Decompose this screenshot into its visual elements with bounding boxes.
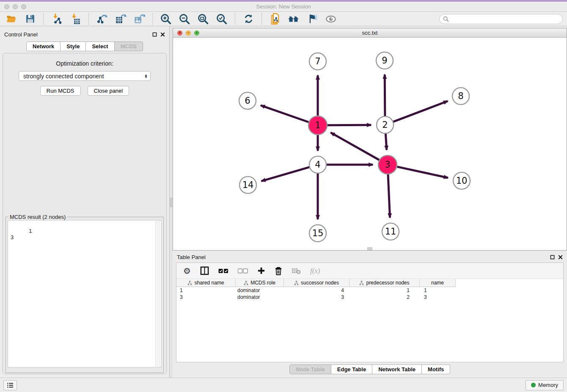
- function-builder-icon[interactable]: f(x): [310, 267, 320, 275]
- zoom-in-icon[interactable]: [160, 13, 172, 25]
- table-cell[interactable]: dominator: [236, 287, 284, 293]
- graph-edge-2-8[interactable]: [393, 101, 448, 122]
- network-window-titlebar[interactable]: × − + scc.txt: [173, 28, 567, 38]
- table-cell[interactable]: 3: [420, 294, 456, 300]
- run-mcds-button[interactable]: Run MCDS: [40, 86, 81, 96]
- delete-table-icon[interactable]: [292, 268, 301, 274]
- export-table-icon[interactable]: [114, 13, 127, 25]
- network-canvas[interactable]: 7968124314101511: [173, 38, 567, 250]
- panel-splitter[interactable]: [169, 26, 173, 378]
- import-table-icon[interactable]: [69, 13, 82, 25]
- optimization-criterion-label: Optimization criterion:: [3, 60, 166, 67]
- export-network-icon[interactable]: [96, 13, 108, 25]
- control-panel-tabs: NetworkStyleSelectMCDS: [26, 41, 143, 51]
- table-cell[interactable]: 1: [176, 287, 236, 293]
- eye-icon[interactable]: [325, 13, 337, 25]
- select-all-checkboxes-icon[interactable]: [218, 268, 228, 273]
- network-graph-svg: 7968124314101511: [173, 38, 567, 250]
- column-header-predecessor-nodes[interactable]: predecessor nodes: [350, 279, 420, 287]
- tab-mcds[interactable]: MCDS: [115, 41, 143, 51]
- search-field[interactable]: [439, 14, 563, 24]
- table-row[interactable]: 3dominator323: [176, 294, 563, 301]
- graph-node-label: 2: [382, 120, 388, 130]
- open-sample-session-icon[interactable]: [269, 13, 281, 25]
- deselect-all-checkboxes-icon[interactable]: [238, 268, 248, 273]
- close-panel-icon[interactable]: [160, 32, 165, 37]
- column-header-successor-nodes[interactable]: successor nodes: [284, 279, 350, 287]
- graph-edge-1-2[interactable]: [327, 125, 371, 125]
- mcds-result-lines: 1 3: [11, 228, 32, 240]
- result-scrollbar[interactable]: [155, 221, 161, 367]
- control-panel-title: Control Panel: [4, 31, 38, 38]
- graph-edge-1-6[interactable]: [261, 105, 309, 122]
- mcds-result-group: MCDS result (2 nodes) 1 3: [6, 214, 164, 373]
- search-input[interactable]: [451, 16, 559, 22]
- table-cell[interactable]: 4: [284, 287, 350, 293]
- zoom-selected-icon[interactable]: [215, 13, 228, 25]
- float-panel-icon[interactable]: [152, 32, 157, 37]
- tab-network[interactable]: Network: [26, 41, 61, 51]
- graph-node-label: 10: [456, 176, 468, 186]
- save-session-icon[interactable]: [24, 13, 36, 25]
- open-session-icon[interactable]: [5, 13, 18, 25]
- tab-edge-table[interactable]: Edge Table: [331, 364, 372, 374]
- table-toolbar: ⚙: [176, 263, 563, 279]
- home-icon[interactable]: [287, 13, 300, 25]
- close-table-panel-icon[interactable]: [558, 255, 563, 259]
- table-tabs: Node TableEdge TableNetwork TableMotifs: [289, 364, 451, 374]
- table-cell[interactable]: 1: [420, 287, 456, 293]
- graph-node-label: 11: [385, 226, 396, 237]
- node-table-content: ⚙: [176, 262, 564, 362]
- column-selector-icon[interactable]: [200, 266, 209, 275]
- close-panel-button[interactable]: Close panel: [88, 86, 129, 96]
- network-window-title: scc.txt: [173, 30, 567, 36]
- table-cell[interactable]: dominator: [236, 294, 284, 300]
- splitter-grip[interactable]: [170, 198, 172, 207]
- hide-flag-icon[interactable]: [306, 13, 319, 25]
- status-bar: Memory: [0, 378, 567, 392]
- graph-edge-3-10[interactable]: [396, 167, 448, 178]
- zoom-fit-icon[interactable]: [197, 13, 209, 25]
- graph-node-label: 7: [315, 56, 320, 66]
- memory-label: Memory: [538, 382, 558, 388]
- delete-column-icon[interactable]: [275, 267, 282, 275]
- hierarchy-icon: [244, 281, 248, 285]
- refresh-icon[interactable]: [242, 13, 255, 25]
- control-panel: Control Panel NetworkStyleSelectMCDS Opt…: [0, 26, 169, 378]
- column-header-mcds-role[interactable]: MCDS role: [236, 279, 284, 287]
- task-history-button[interactable]: [3, 380, 17, 390]
- graph-node-label: 9: [382, 55, 387, 66]
- toolbar-separator: [235, 13, 235, 25]
- mcds-result-title: MCDS result (2 nodes): [8, 214, 67, 220]
- graph-edge-3-11[interactable]: [388, 174, 390, 218]
- tab-node-table[interactable]: Node Table: [289, 364, 331, 374]
- graph-edge-3-1[interactable]: [330, 133, 379, 160]
- graph-edge-2-9[interactable]: [385, 75, 385, 116]
- graph-edge-4-14[interactable]: [261, 167, 310, 181]
- main-titlebar[interactable]: Session: New Session: [0, 2, 567, 12]
- table-cell[interactable]: 3: [176, 294, 236, 300]
- table-cell[interactable]: 3: [284, 294, 350, 300]
- mcds-result-textarea[interactable]: 1 3: [8, 220, 162, 367]
- tab-select[interactable]: Select: [86, 41, 114, 51]
- zoom-out-icon[interactable]: [178, 13, 191, 25]
- table-settings-icon[interactable]: ⚙: [183, 266, 191, 276]
- memory-button[interactable]: Memory: [526, 380, 564, 390]
- hierarchy-icon: [294, 281, 299, 285]
- criterion-dropdown[interactable]: strongly connected component ▲▼: [19, 71, 151, 81]
- column-header-shared-name[interactable]: shared name: [176, 279, 236, 287]
- tab-motifs[interactable]: Motifs: [422, 364, 450, 374]
- table-cell[interactable]: 1: [350, 287, 420, 293]
- column-header-name[interactable]: name: [420, 279, 456, 287]
- tab-style[interactable]: Style: [61, 41, 86, 51]
- add-column-icon[interactable]: [257, 267, 265, 275]
- table-row[interactable]: 1dominator411: [176, 287, 563, 294]
- graph-edge-2-3[interactable]: [385, 133, 386, 150]
- float-table-panel-icon[interactable]: [550, 255, 555, 259]
- tab-network-table[interactable]: Network Table: [372, 364, 422, 374]
- import-network-icon[interactable]: [50, 13, 63, 25]
- export-image-icon[interactable]: [133, 13, 146, 25]
- graph-node-label: 1: [315, 120, 320, 130]
- table-cell[interactable]: 2: [350, 294, 420, 300]
- network-resize-grip[interactable]: [367, 247, 372, 250]
